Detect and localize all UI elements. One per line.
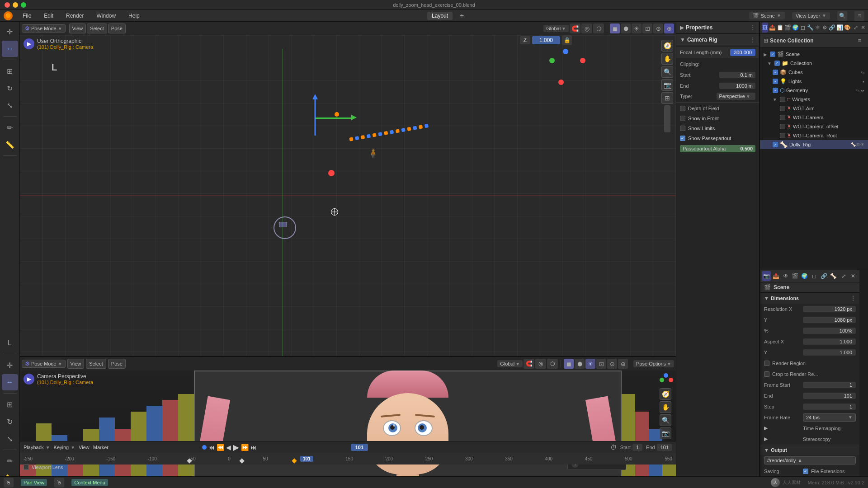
navigate-button[interactable]: 🧭 [661,40,673,52]
move-tool-b[interactable]: ↔ [2,374,18,390]
particles-icon[interactable]: ⚛ [815,23,821,33]
time-remapping-row[interactable]: ▶ Time Remapping [760,423,859,434]
filter-scene-icon[interactable]: ≡ [854,36,864,46]
expand-icon[interactable]: ⤢ [853,23,859,33]
wgt-aim-tree-item[interactable]: ⊻ WGT-Aim [760,104,868,113]
shading-wireframe-b[interactable]: ⊡ [596,359,606,369]
data-props-icon[interactable]: 📊 [836,23,843,33]
mode-dropdown-top[interactable]: ⚙ Pose Mode ▼ [22,24,66,33]
view-layer-props-icon[interactable]: 📋 [777,23,783,33]
collection-check[interactable] [774,61,780,66]
end-frame-value[interactable]: 101 [657,444,672,451]
shading-wireframe[interactable]: ⊡ [642,23,652,33]
show-in-front-row[interactable]: Show in Front [676,113,759,123]
object-props-icon[interactable]: ◻ [800,23,806,33]
transform-tool[interactable]: ⊞ [2,63,18,79]
cursor-tool[interactable]: ✛ [2,23,18,40]
physics-icon[interactable]: ⚙ [821,23,828,33]
dimensions-header[interactable]: ▼ Dimensions ⋮ [760,293,859,304]
camera-button[interactable]: 📷 [661,79,673,91]
shading-solid-b[interactable]: ◼ [564,359,574,369]
wgt-aim-check[interactable] [780,106,785,111]
view-layer-selector[interactable]: View Layer ▼ [792,12,830,19]
menu-help[interactable]: Help [126,12,142,20]
menu-edit[interactable]: Edit [41,12,56,20]
dolly-rig-tree-item[interactable]: 🦴 Dolly_Rig 🦴 ⊞ 👁 [760,140,868,149]
view-menu-top[interactable]: View [69,23,86,33]
timeline-ruler[interactable]: -250 -200 -150 -100 -50 0 50 101 150 200… [20,453,676,465]
aspect-y-value[interactable]: 1.000 [803,349,856,356]
pan-view-button[interactable]: Pan View [21,479,47,486]
material-props-icon[interactable]: 🎨 [844,23,851,33]
snap-button-top[interactable]: 🧲 [570,23,580,33]
scene-props-icon[interactable]: 🎬 [784,23,791,33]
show-passepartout-row[interactable]: Show Passepartout [676,133,759,143]
viewport-lens-check[interactable] [24,465,29,470]
zoom-button-b[interactable]: 🔍 [660,414,671,426]
type-dropdown[interactable]: Perspective ▼ [717,93,756,100]
proportional-button-bottom[interactable]: ◎ [535,359,546,369]
wgt-camera-root-tree-item[interactable]: ⊻ WGT-Camera_Root [760,131,868,140]
overlay-button-bottom[interactable]: ⬡ [547,359,558,369]
blender-logo[interactable]: 🟠 [4,11,13,20]
scale-tool-b[interactable]: ⤡ [2,431,18,447]
status-left-icon[interactable]: 🖱 [4,478,14,488]
transform-tool-b[interactable]: ⊞ [2,396,18,413]
grid-button[interactable]: ⊞ [661,92,673,104]
play-button[interactable]: ▶ [233,442,239,452]
focal-length-value[interactable]: 300.000 [730,49,755,56]
wgt-camera-check[interactable] [780,115,785,120]
step-value[interactable]: 1 [803,404,856,410]
jump-start-button[interactable]: ⏮ [208,444,215,451]
geometry-check[interactable] [773,88,778,93]
shading-solid[interactable]: ◼ [610,23,620,33]
annotate-tool-b[interactable]: ✏ [2,453,18,469]
search-button[interactable]: 🔍 [837,11,847,21]
world-props-icon[interactable]: 🌍 [792,23,799,33]
show-limits-check[interactable] [680,126,685,131]
passepartout-alpha-slider[interactable]: Passepartout Alpha 0.500 [680,145,755,152]
pose-options-bottom[interactable]: Pose Options ▼ [633,360,674,367]
rp-bone-icon[interactable]: 🦴 [829,271,838,281]
scale-tool[interactable]: ⤡ [2,97,18,113]
add-workspace-button[interactable]: + [460,12,464,20]
context-menu-button[interactable]: Context Menu [71,479,108,486]
rp-view-icon[interactable]: 👁 [781,271,790,281]
close-panel-icon[interactable]: ✕ [860,23,866,33]
scene-check[interactable] [770,52,775,57]
camera-rig-header[interactable]: ▼ Camera Rig ⋮ [676,34,759,46]
camera-rig-more[interactable]: ⋮ [750,37,755,43]
filter-button[interactable]: ≡ [854,11,864,21]
wgt-camera-offset-tree-item[interactable]: ⊻ WGT-Camera_offset [760,122,868,131]
rp-scene-icon[interactable]: 🎬 [791,271,799,281]
stereoscopy-row[interactable]: ▶ Stereoscopy [760,434,859,445]
frame-rate-dropdown[interactable]: 24 fps ▼ [803,413,856,422]
rp-expand-icon[interactable]: ⤢ [840,271,848,281]
viewport-gizmo[interactable]: ⊕ [664,23,674,33]
shading-material[interactable]: ⬢ [621,23,631,33]
marker-menu[interactable]: Marker [93,445,108,450]
menu-render[interactable]: Render [63,12,86,20]
lights-tree-item[interactable]: 💡 Lights ₂ [760,77,868,86]
viewport-overlay-b[interactable]: ⊙ [607,359,617,369]
clock-icon[interactable]: ⏱ [610,444,617,451]
rotate-tool-b[interactable]: ↻ [2,413,18,430]
viewport-lens-row[interactable]: Viewport Lens [24,465,69,470]
viewport-top[interactable]: ⚙ Pose Mode ▼ View Select Pose Global ▼ [20,22,676,357]
cursor-tool-b[interactable]: ✛ [2,357,18,373]
menu-file[interactable]: File [20,12,34,20]
frame-101-marker[interactable]: 101 [300,456,313,462]
overlay-button-top[interactable]: ⬡ [593,23,604,33]
end-value[interactable]: 1000 m [719,83,755,89]
rp-constraint-icon[interactable]: 🔗 [820,271,828,281]
widgets-tree-item[interactable]: ▼ □ Widgets [760,95,868,104]
depth-of-field-check[interactable] [680,106,685,111]
close-button[interactable] [5,2,10,8]
depth-of-field-row[interactable]: Depth of Field [676,103,759,113]
view-menu-bottom[interactable]: View [67,359,85,369]
modifier-props-icon[interactable]: 🔧 [807,23,814,33]
crop-check[interactable] [764,371,769,377]
workspace-layout-tab[interactable]: Layout [427,12,453,20]
res-x-value[interactable]: 1920 px [803,306,856,312]
frame-start-value[interactable]: 1 [803,382,856,388]
